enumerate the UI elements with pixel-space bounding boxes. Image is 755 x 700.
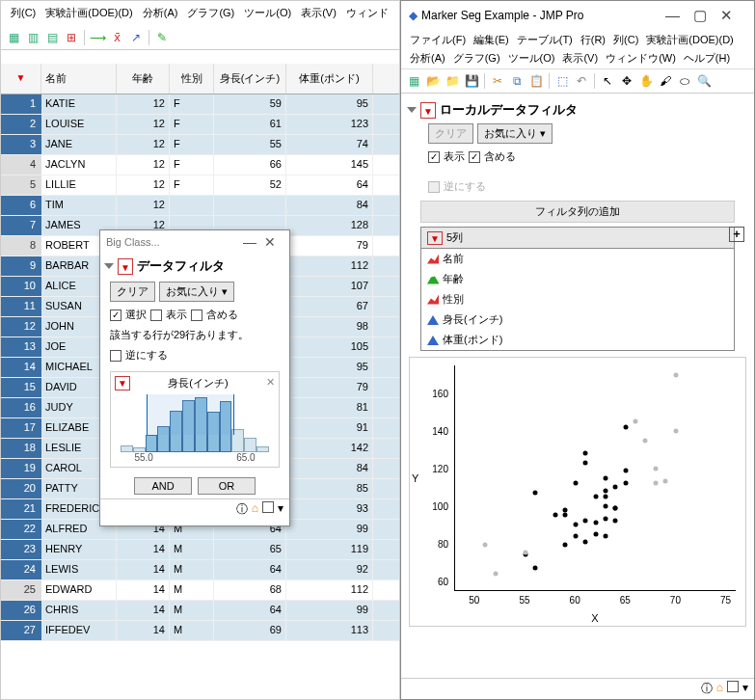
cell-weight[interactable]: 142 [286,439,373,458]
cell-weight[interactable]: 91 [286,418,373,438]
show-checkbox[interactable] [150,310,162,321]
row-number[interactable]: 5 [1,175,41,195]
cell-weight[interactable]: 79 [286,236,373,256]
cell-name[interactable]: LEWIS [41,560,117,579]
cell-weight[interactable]: 92 [286,560,373,579]
remove-filter-button[interactable]: ✕ [266,376,275,390]
brush-tool-icon[interactable]: 🖌 [657,72,674,90]
row-number[interactable]: 10 [1,277,41,296]
home-icon[interactable]: ⌂ [716,681,723,697]
data-point[interactable] [613,519,618,524]
data-point[interactable] [613,505,618,510]
cell-age[interactable]: 12 [117,135,170,154]
cell-sex[interactable]: M [170,601,214,620]
menu-item[interactable]: 編集(E) [471,32,512,48]
close-button[interactable]: ✕ [264,234,283,250]
hotspot-icon[interactable]: ▼ [420,102,436,119]
show-checkbox[interactable] [428,151,440,163]
cell-sex[interactable]: F [170,155,214,175]
data-point[interactable] [563,543,568,548]
toolbar-icon[interactable]: ↗ [127,29,145,46]
arrow-tool-icon[interactable]: ↖ [599,72,616,90]
toolbar-icon[interactable]: ⟶ [89,29,106,46]
menu-item[interactable]: ウィンドウ(W) [603,50,679,67]
row-number[interactable]: 23 [1,540,41,559]
menu-item[interactable]: ファイル(F) [407,32,469,48]
data-point[interactable] [603,475,607,480]
copy-icon[interactable]: ⧉ [508,72,526,90]
menu-item[interactable]: グラフ(G) [183,4,238,22]
home-icon[interactable]: ⌂ [252,501,258,518]
toolbar-icon[interactable]: ⊞ [63,29,80,46]
table-row[interactable]: 4 JACLYN 12 F 66 145 [1,155,399,175]
column-item[interactable]: 体重(ポンド) [421,330,734,350]
col-header[interactable]: 体重(ポンド) [286,64,373,94]
corner-cell[interactable]: ▼ [1,64,41,94]
row-number[interactable]: 22 [1,520,41,539]
cell-height[interactable]: 68 [214,580,286,600]
row-number[interactable]: 24 [1,560,41,579]
info-icon[interactable]: ⓘ [701,681,713,697]
data-point[interactable] [563,507,568,512]
hotspot-icon[interactable]: ▼ [115,376,130,390]
cell-name[interactable]: LILLIE [41,175,117,195]
status-checkbox[interactable] [262,501,274,513]
save-icon[interactable]: 💾 [463,72,480,90]
cell-weight[interactable]: 112 [286,256,373,276]
histogram-bars[interactable] [115,394,275,452]
cell-sex[interactable]: F [170,135,214,154]
paste-icon[interactable]: 📋 [527,72,545,90]
toolbar-icon[interactable]: ✎ [153,29,171,46]
cell-name[interactable]: IFFEDEV [41,621,117,640]
toolbar-icon[interactable]: ▥ [24,29,41,46]
clear-button[interactable]: クリア [110,282,155,302]
cell-weight[interactable]: 99 [286,520,373,539]
cell-age[interactable]: 12 [117,155,170,175]
favorites-button[interactable]: お気に入り ▾ [477,123,553,144]
include-checkbox[interactable] [469,151,480,163]
lasso-tool-icon[interactable]: ⬭ [676,72,693,90]
data-point[interactable] [533,491,538,496]
data-point[interactable] [663,479,668,484]
col-header[interactable]: 身長(インチ) [214,64,286,94]
cell-height[interactable]: 59 [214,94,286,114]
row-number[interactable]: 2 [1,115,41,134]
cell-weight[interactable]: 99 [286,601,373,620]
or-button[interactable]: OR [198,477,256,495]
data-point[interactable] [493,571,498,576]
cell-weight[interactable]: 74 [286,135,373,154]
cell-weight[interactable]: 79 [286,378,373,397]
cell-height[interactable] [214,196,286,215]
toolbar-icon[interactable]: ▤ [43,29,61,46]
data-point[interactable] [673,372,678,377]
cell-weight[interactable]: 107 [286,277,373,296]
data-point[interactable] [653,481,658,486]
row-number[interactable]: 12 [1,317,41,337]
cell-name[interactable]: JACLYN [41,155,117,175]
table-icon[interactable]: ▦ [405,72,422,90]
row-number[interactable]: 27 [1,621,41,640]
cell-height[interactable]: 61 [214,115,286,134]
menu-item[interactable]: 実験計画(DOE)(D) [643,32,736,48]
include-checkbox[interactable] [191,310,202,321]
cell-height[interactable]: 69 [214,621,286,640]
cell-weight[interactable]: 98 [286,317,373,337]
cell-age[interactable]: 12 [117,115,170,134]
cell-age[interactable]: 14 [117,540,170,559]
cell-weight[interactable]: 93 [286,499,373,519]
cell-height[interactable]: 64 [214,601,286,620]
row-number[interactable]: 19 [1,459,41,478]
cell-age[interactable]: 14 [117,580,170,600]
cell-weight[interactable]: 105 [286,337,373,357]
cell-weight[interactable]: 123 [286,115,373,134]
menu-item[interactable]: 分析(A) [407,50,448,67]
cell-height[interactable]: 65 [214,540,286,559]
cell-weight[interactable]: 81 [286,398,373,417]
table-row[interactable]: 3 JANE 12 F 55 74 [1,135,399,155]
row-number[interactable]: 21 [1,499,41,519]
minimize-button[interactable]: — [243,234,264,250]
data-point[interactable] [523,551,527,555]
hand-tool-icon[interactable]: ✋ [637,72,655,90]
row-number[interactable]: 1 [1,94,41,114]
menu-item[interactable]: 行(R) [578,32,608,48]
